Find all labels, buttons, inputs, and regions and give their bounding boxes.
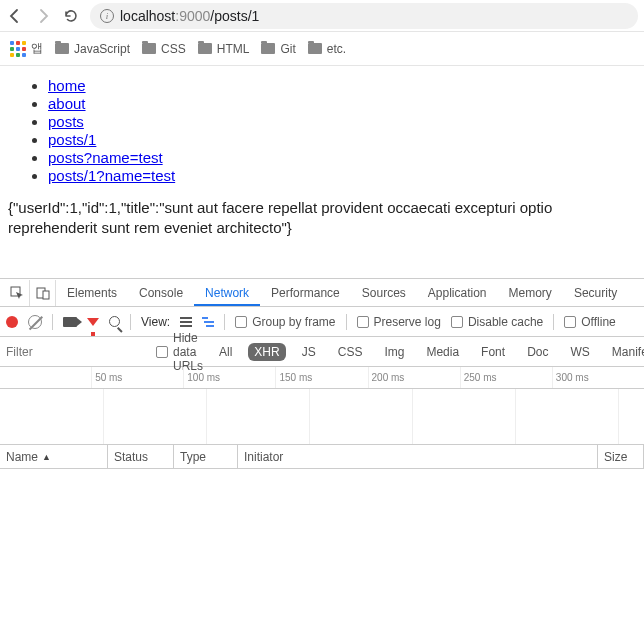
list-item: posts/1 <box>48 131 636 148</box>
tab-elements[interactable]: Elements <box>56 280 128 306</box>
filter-type-css[interactable]: CSS <box>332 343 369 361</box>
checkbox-icon <box>156 346 168 358</box>
timeline-ruler[interactable]: 50 ms 100 ms 150 ms 200 ms 250 ms 300 ms <box>0 367 644 389</box>
browser-toolbar: i localhost:9000/posts/1 <box>0 0 644 32</box>
site-info-icon[interactable]: i <box>100 9 114 23</box>
column-initiator[interactable]: Initiator <box>238 445 598 468</box>
bookmark-folder[interactable]: JavaScript <box>55 42 130 56</box>
checkbox-icon <box>357 316 369 328</box>
inspect-icon[interactable] <box>4 280 30 306</box>
list-item: posts/1?name=test <box>48 167 636 184</box>
record-button[interactable] <box>6 316 18 328</box>
nav-list: home about posts posts/1 posts?name=test… <box>8 77 636 184</box>
network-table-header: Name▲ Status Type Initiator Size <box>0 445 644 469</box>
devtools-tabs: Elements Console Network Performance Sou… <box>0 279 644 307</box>
nav-link[interactable]: about <box>48 95 86 112</box>
filter-toggle-icon[interactable] <box>87 318 99 326</box>
column-name[interactable]: Name▲ <box>0 445 108 468</box>
response-body: {"userId":1,"id":1,"title":"sunt aut fac… <box>8 198 636 237</box>
network-table-body <box>0 469 644 644</box>
column-status[interactable]: Status <box>108 445 174 468</box>
network-filter-row: Hide data URLs All XHR JS CSS Img Media … <box>0 337 644 367</box>
folder-icon <box>55 43 69 54</box>
view-label: View: <box>141 315 170 329</box>
folder-icon <box>308 43 322 54</box>
group-by-frame-option[interactable]: Group by frame <box>235 315 335 329</box>
folder-icon <box>261 43 275 54</box>
nav-link[interactable]: posts/1 <box>48 131 96 148</box>
list-item: about <box>48 95 636 112</box>
nav-link[interactable]: home <box>48 77 86 94</box>
tab-memory[interactable]: Memory <box>498 280 563 306</box>
sort-asc-icon: ▲ <box>42 452 51 462</box>
tab-security[interactable]: Security <box>563 280 628 306</box>
filter-type-media[interactable]: Media <box>420 343 465 361</box>
bookmark-label: etc. <box>327 42 346 56</box>
tab-network[interactable]: Network <box>194 280 260 306</box>
bookmark-label: CSS <box>161 42 186 56</box>
filter-type-all[interactable]: All <box>213 343 238 361</box>
column-type[interactable]: Type <box>174 445 238 468</box>
address-bar[interactable]: i localhost:9000/posts/1 <box>90 3 638 29</box>
filter-type-font[interactable]: Font <box>475 343 511 361</box>
tab-performance[interactable]: Performance <box>260 280 351 306</box>
svg-rect-2 <box>43 291 49 299</box>
offline-option[interactable]: Offline <box>564 315 615 329</box>
tab-application[interactable]: Application <box>417 280 498 306</box>
checkbox-icon <box>451 316 463 328</box>
waterfall-view-icon[interactable] <box>202 317 214 327</box>
device-toggle-icon[interactable] <box>30 280 56 306</box>
reload-button[interactable] <box>62 7 80 25</box>
back-button[interactable] <box>6 7 24 25</box>
checkbox-icon <box>564 316 576 328</box>
filter-type-js[interactable]: JS <box>296 343 322 361</box>
bookmark-folder[interactable]: etc. <box>308 42 346 56</box>
nav-link[interactable]: posts <box>48 113 84 130</box>
bookmark-folder[interactable]: CSS <box>142 42 186 56</box>
nav-link[interactable]: posts/1?name=test <box>48 167 175 184</box>
filter-type-ws[interactable]: WS <box>564 343 595 361</box>
forward-button[interactable] <box>34 7 52 25</box>
folder-icon <box>198 43 212 54</box>
bookmark-label: JavaScript <box>74 42 130 56</box>
bookmark-folder[interactable]: HTML <box>198 42 250 56</box>
network-toolbar: View: Group by frame Preserve log Disabl… <box>0 307 644 337</box>
devtools-panel: Elements Console Network Performance Sou… <box>0 278 644 644</box>
list-item: posts <box>48 113 636 130</box>
preserve-log-option[interactable]: Preserve log <box>357 315 441 329</box>
apps-icon <box>10 41 26 57</box>
apps-button[interactable]: 앱 <box>10 40 43 57</box>
bookmarks-bar: 앱 JavaScript CSS HTML Git etc. <box>0 32 644 66</box>
folder-icon <box>142 43 156 54</box>
filter-input[interactable] <box>6 345 146 359</box>
tab-console[interactable]: Console <box>128 280 194 306</box>
filter-type-doc[interactable]: Doc <box>521 343 554 361</box>
list-item: home <box>48 77 636 94</box>
timeline-chart[interactable] <box>0 389 644 445</box>
bookmark-folder[interactable]: Git <box>261 42 295 56</box>
list-view-icon[interactable] <box>180 317 192 327</box>
clear-button[interactable] <box>28 315 42 329</box>
search-icon[interactable] <box>109 316 120 327</box>
list-item: posts?name=test <box>48 149 636 166</box>
bookmark-label: Git <box>280 42 295 56</box>
screenshot-icon[interactable] <box>63 317 77 327</box>
tab-sources[interactable]: Sources <box>351 280 417 306</box>
filter-type-manifest[interactable]: Manifest <box>606 343 644 361</box>
disable-cache-option[interactable]: Disable cache <box>451 315 543 329</box>
page-content: home about posts posts/1 posts?name=test… <box>0 66 644 247</box>
apps-label: 앱 <box>31 40 43 57</box>
url-text: localhost:9000/posts/1 <box>120 8 259 24</box>
column-size[interactable]: Size <box>598 445 644 468</box>
filter-type-xhr[interactable]: XHR <box>248 343 285 361</box>
filter-type-img[interactable]: Img <box>378 343 410 361</box>
checkbox-icon <box>235 316 247 328</box>
nav-link[interactable]: posts?name=test <box>48 149 163 166</box>
bookmark-label: HTML <box>217 42 250 56</box>
